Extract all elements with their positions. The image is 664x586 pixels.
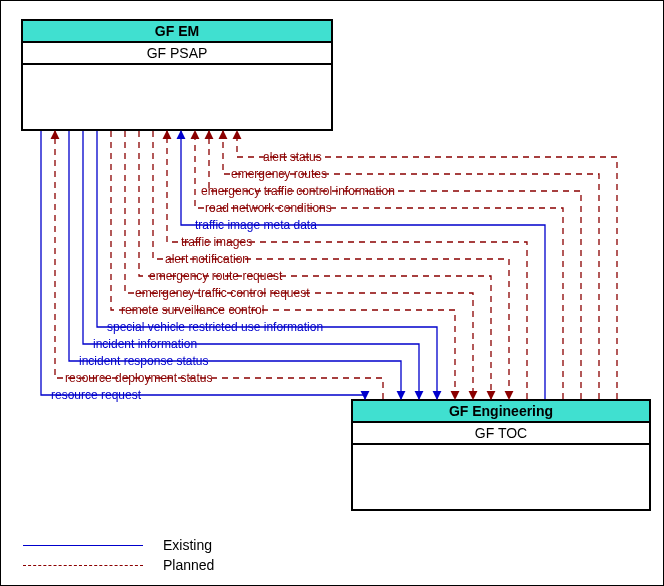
flow-emergency-routes: emergency routes <box>231 168 327 180</box>
legend: Existing Planned <box>23 533 214 573</box>
flow-special-veh: special vehicle restricted use informati… <box>107 321 323 333</box>
flow-incident-resp: incident response status <box>79 355 208 367</box>
flow-alert-notif: alert notification <box>165 253 249 265</box>
flow-etc-req: emergency traffic control request <box>135 287 310 299</box>
flow-incident-info: incident information <box>93 338 197 350</box>
legend-line-existing <box>23 545 143 546</box>
flow-traffic-meta: traffic image meta data <box>195 219 317 231</box>
legend-existing: Existing <box>23 537 214 553</box>
legend-label: Existing <box>163 537 212 553</box>
flows-svg <box>1 1 664 586</box>
flow-res-request: resource request <box>51 389 141 401</box>
flow-road-cond: road network conditions <box>205 202 332 214</box>
legend-line-planned <box>23 565 143 566</box>
legend-planned: Planned <box>23 557 214 573</box>
flow-traffic-images: traffic images <box>181 236 252 248</box>
flow-etc-info: emergency traffic control information <box>201 185 395 197</box>
legend-label: Planned <box>163 557 214 573</box>
flow-alert-status: alert status <box>263 151 322 163</box>
flow-emer-route-req: emergency route request <box>149 270 282 282</box>
diagram-canvas: GF EM GF PSAP GF Engineering GF TOC aler… <box>0 0 664 586</box>
flow-res-deploy: resource deployment status <box>65 372 212 384</box>
flow-remote-surv: remote surveillance control <box>121 304 264 316</box>
